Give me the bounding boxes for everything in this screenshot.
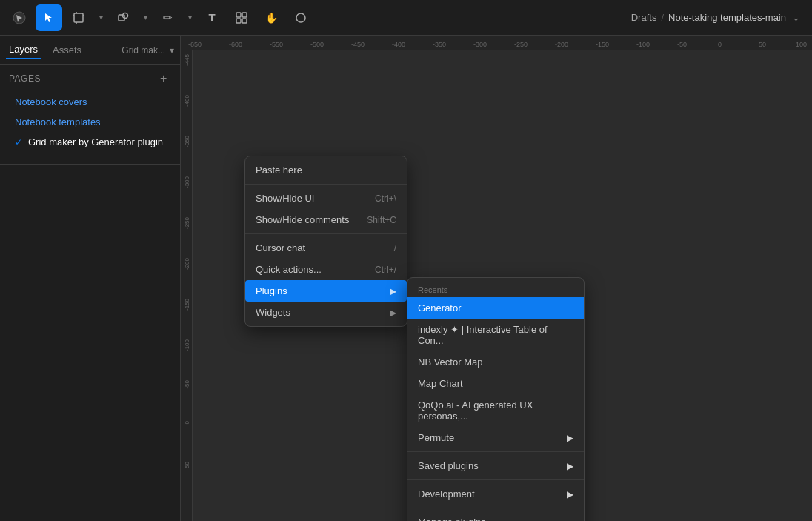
ruler-tick: -400 <box>392 41 405 48</box>
hand-tool-button[interactable]: ✋ <box>258 4 284 31</box>
ruler-tick: -450 <box>351 41 365 48</box>
frame-tool-dropdown[interactable]: ▾ <box>95 4 107 31</box>
breadcrumb-title[interactable]: Note-taking templates-main <box>668 12 786 23</box>
submenu-item-map-chart[interactable]: Map Chart <box>407 373 584 394</box>
ruler-left-tick: -400 <box>184 95 190 107</box>
submenu-item-saved-plugins[interactable]: Saved plugins ▶ <box>407 455 584 477</box>
ruler-left-tick: -350 <box>184 136 190 147</box>
grid-maker-tab[interactable]: Grid mak... ▾ <box>122 45 174 56</box>
tab-layers[interactable]: Layers <box>6 41 41 59</box>
pages-title: Pages <box>9 73 41 84</box>
breadcrumb-separator: / <box>661 12 664 23</box>
submenu-item-nb-vector-map[interactable]: NB Vector Map <box>407 351 584 373</box>
submenu-item-development[interactable]: Development ▶ <box>407 483 584 505</box>
ruler-tick: -100 <box>636 41 650 48</box>
shape-tool-button[interactable] <box>110 4 136 31</box>
submenu-item-manage-plugins[interactable]: Manage plugins... <box>407 511 584 521</box>
saved-plugins-arrow: ▶ <box>567 461 573 471</box>
ruler-left-tick: -300 <box>184 176 190 188</box>
text-tool-button[interactable]: T <box>199 4 225 31</box>
ruler-top: -650 -600 -550 -500 -450 -400 -350 -300 … <box>181 36 812 50</box>
tab-assets[interactable]: Assets <box>50 42 84 59</box>
submenu-recents-label: Recents <box>407 281 584 297</box>
submenu-item-permute[interactable]: Permute ▶ <box>407 427 584 448</box>
chevron-icon: ▾ <box>170 45 174 56</box>
ruler-numbers: -650 -600 -550 -500 -450 -400 -350 -300 … <box>181 36 812 50</box>
plugins-submenu-arrow: ▶ <box>390 286 396 296</box>
svg-rect-10 <box>236 19 241 23</box>
menu-separator-2 <box>245 233 407 234</box>
menu-separator-1 <box>245 184 407 185</box>
menu-item-show-hide-comments[interactable]: Show/Hide comments Shift+C <box>245 209 407 230</box>
ruler-tick: -50 <box>677 41 687 48</box>
ruler-tick: -300 <box>473 41 487 48</box>
submenu-separator-2 <box>407 479 584 480</box>
context-menu: Paste here Show/Hide UI Ctrl+\ Show/Hide… <box>244 156 407 327</box>
ruler-tick: -600 <box>229 41 242 48</box>
ruler-left-tick: -50 <box>184 380 190 389</box>
svg-rect-9 <box>242 13 247 17</box>
submenu-item-qoqo[interactable]: QoQo.ai - AI generated UX personas,... <box>407 394 584 427</box>
shape-tool-dropdown[interactable]: ▾ <box>139 4 151 31</box>
ruler-tick: 100 <box>796 41 807 48</box>
page-item-notebook-covers[interactable]: Notebook covers <box>9 92 171 112</box>
ruler-tick: -150 <box>596 41 609 48</box>
ruler-tick: 50 <box>759 41 766 48</box>
logo-button[interactable] <box>6 4 33 31</box>
widgets-arrow: ▶ <box>390 308 396 318</box>
breadcrumb: Drafts / Note-taking templates-main ⌄ <box>631 12 812 23</box>
submenu-item-indexly[interactable]: indexly ✦ | Interactive Table of Con... <box>407 319 584 351</box>
breadcrumb-drafts[interactable]: Drafts <box>631 12 657 23</box>
breadcrumb-chevron[interactable]: ⌄ <box>792 12 800 23</box>
ruler-left-tick: -250 <box>184 217 190 229</box>
ruler-left-tick: -200 <box>184 258 190 270</box>
ruler-left-tick: 50 <box>184 462 190 468</box>
frame-tool-button[interactable] <box>65 4 92 31</box>
ruler-left-numbers: -445 -400 -350 -300 -250 -200 -150 -100 … <box>181 50 192 521</box>
ruler-left: -445 -400 -350 -300 -250 -200 -150 -100 … <box>181 50 193 521</box>
menu-item-widgets[interactable]: Widgets ▶ <box>245 302 407 323</box>
page-label: Grid maker by Generator plugin <box>28 136 163 147</box>
plugins-submenu: Recents Generator indexly ✦ | Interactiv… <box>407 277 585 521</box>
ruler-tick: -350 <box>433 41 446 48</box>
left-panel: Layers Assets Grid mak... ▾ Pages + Note… <box>0 36 181 521</box>
toolbar: ▾ ▾ ✏ ▾ T ✋ Drafts / <box>0 0 812 36</box>
svg-rect-8 <box>236 13 241 17</box>
pen-tool-button[interactable]: ✏ <box>154 4 181 31</box>
component-tool-button[interactable] <box>228 4 255 31</box>
menu-item-cursor-chat[interactable]: Cursor chat / <box>245 237 407 259</box>
panel-tabs: Layers Assets Grid mak... ▾ <box>0 36 180 65</box>
pen-tool-dropdown[interactable]: ▾ <box>184 4 196 31</box>
menu-item-quick-actions[interactable]: Quick actions... Ctrl+/ <box>245 259 407 280</box>
menu-item-paste-here[interactable]: Paste here <box>245 159 407 181</box>
panel-divider <box>0 164 180 165</box>
ruler-left-tick: -100 <box>184 339 190 351</box>
add-page-button[interactable]: + <box>156 71 171 86</box>
svg-rect-1 <box>74 13 83 22</box>
menu-item-plugins[interactable]: Plugins ▶ Recents Generator indexly ✦ | … <box>245 280 407 302</box>
ruler-tick: -500 <box>310 41 324 48</box>
page-label: Notebook covers <box>15 96 87 107</box>
svg-rect-11 <box>242 19 247 23</box>
page-check-icon: ✓ <box>15 137 22 147</box>
development-arrow: ▶ <box>567 489 573 500</box>
pages-section: Pages + Notebook covers Notebook templat… <box>0 65 180 158</box>
ruler-tick: 0 <box>718 41 722 48</box>
svg-point-7 <box>123 13 128 18</box>
ruler-left-tick: 0 <box>184 421 190 424</box>
page-label: Notebook templates <box>15 116 101 127</box>
ruler-tick: -550 <box>270 41 283 48</box>
pages-header: Pages + <box>9 71 171 86</box>
page-item-grid-maker[interactable]: ✓ Grid maker by Generator plugin <box>9 132 171 152</box>
submenu-item-generator[interactable]: Generator <box>407 297 584 319</box>
svg-point-12 <box>296 13 305 22</box>
ruler-left-tick: -150 <box>184 299 190 311</box>
comment-tool-button[interactable] <box>287 4 314 31</box>
ruler-tick: -200 <box>555 41 568 48</box>
permute-arrow: ▶ <box>567 433 573 443</box>
page-item-notebook-templates[interactable]: Notebook templates <box>9 112 171 132</box>
ruler-tick: -250 <box>514 41 528 48</box>
menu-item-show-hide-ui[interactable]: Show/Hide UI Ctrl+\ <box>245 188 407 209</box>
ruler-tick: -650 <box>188 41 202 48</box>
move-tool-button[interactable] <box>36 4 62 31</box>
